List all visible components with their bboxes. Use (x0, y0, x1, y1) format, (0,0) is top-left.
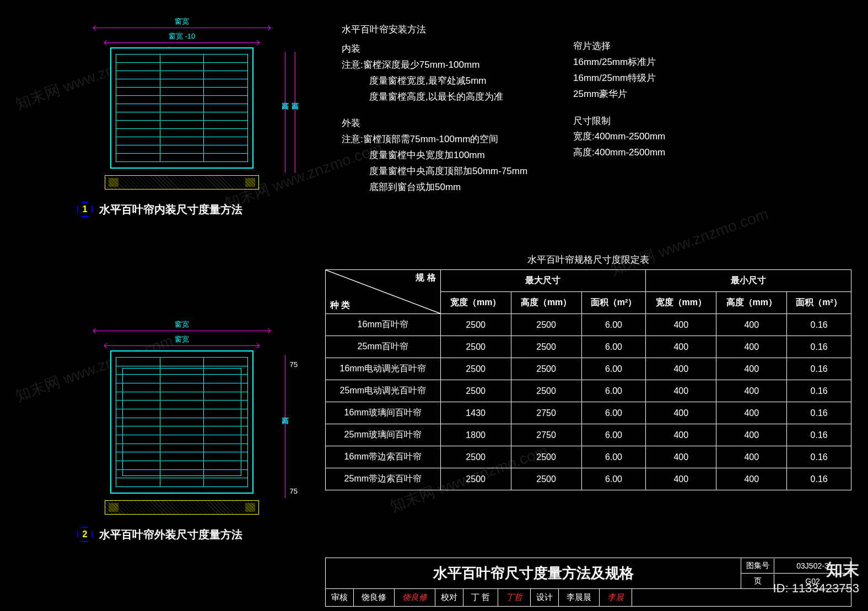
table-row: 25mm百叶帘250025006.004004000.16 (326, 336, 851, 358)
notes-line: 度量窗樘宽度,最窄处减5mm (369, 73, 527, 89)
sheet-title: 水平百叶帘尺寸度量方法及规格 (326, 558, 741, 588)
notes-line: 注意:窗樘顶部需75mm-100mm的空间 (342, 132, 527, 148)
dimension-line (94, 331, 270, 331)
cell: 2500 (440, 468, 511, 490)
dim-window-width-inner: 窗宽 (105, 334, 259, 344)
cell: 2500 (440, 446, 511, 468)
col-header: 高度（mm） (716, 292, 787, 314)
cell: 400 (646, 314, 716, 336)
size-limit-heading: 尺寸限制 (573, 113, 665, 129)
signature: 李晨 (600, 589, 632, 606)
dimension-line (94, 28, 270, 28)
dimension-line-v (285, 52, 285, 173)
col-header: 面积（m²） (581, 292, 646, 314)
cell: 400 (716, 402, 787, 424)
cell: 0.16 (787, 314, 851, 336)
sign-name: 丁 哲 (463, 589, 498, 606)
cell: 400 (646, 336, 716, 358)
cell: 1800 (440, 424, 511, 446)
cell: 400 (716, 424, 787, 446)
caption-number-1: 1 (77, 202, 93, 217)
table-row: 16mm百叶帘250025006.004004000.16 (326, 314, 851, 336)
col-header: 高度（mm） (511, 292, 581, 314)
table-diag-header: 规 格 种 类 (326, 270, 441, 314)
cell: 0.16 (787, 380, 851, 402)
cell: 400 (716, 336, 787, 358)
cell: 400 (646, 424, 716, 446)
blind-elevation (110, 47, 254, 169)
dim-75-top: 75 (290, 360, 298, 369)
caption-text-1: 水平百叶帘内装尺寸度量方法 (99, 202, 242, 217)
cell: 400 (646, 380, 716, 402)
cell: 2500 (440, 380, 511, 402)
caption-text-2: 水平百叶帘外装尺寸度量方法 (99, 527, 242, 542)
cell: 400 (716, 468, 787, 490)
cell: 2500 (440, 336, 511, 358)
signature: 丁哲 (498, 589, 531, 606)
dim-75-bottom: 75 (290, 487, 298, 495)
caption-number-2: 2 (77, 527, 93, 542)
cell: 2500 (511, 358, 581, 380)
notes-line: 度量窗樘中央高度顶部加50mm-75mm (369, 164, 527, 180)
col-header: 面积（m²） (787, 292, 851, 314)
blind-elevation (110, 350, 254, 494)
dim-window-width: 窗宽 (94, 320, 270, 329)
notes-external-heading: 外装 (342, 116, 527, 132)
cell: 6.00 (581, 336, 646, 358)
col-group-min: 最小尺寸 (646, 270, 851, 292)
notes-line: 高度:400mm-2500mm (573, 145, 665, 161)
install-notes: 水平百叶帘安装方法 内装 注意:窗樘深度最少75mm-100mm 度量窗樘宽度,… (342, 22, 527, 196)
blind-section (105, 500, 259, 515)
col-group-max: 最大尺寸 (440, 270, 646, 292)
drawing-2-external-mount: 窗宽 窗宽 窗高 75 75 2 水平百叶帘外装尺寸度量方法 (94, 320, 270, 542)
cell: 6.00 (581, 446, 646, 468)
cell: 6.00 (581, 402, 646, 424)
brand-watermark: 知末 ID: 1133423753 (773, 559, 859, 596)
col-header: 宽度（mm） (440, 292, 511, 314)
cell: 2500 (440, 358, 511, 380)
notes-line: 度量窗樘中央宽度加100mm (369, 148, 527, 164)
table-row: 16mm带边索百叶帘250025006.004004000.16 (326, 446, 851, 468)
notes-line: 25mm豪华片 (573, 86, 665, 102)
cell: 400 (646, 402, 716, 424)
col-header: 宽度（mm） (646, 292, 716, 314)
atlas-key: 图集号 (741, 559, 774, 573)
table-title: 水平百叶帘规格尺寸度限定表 (325, 253, 851, 266)
dim-window-width: 窗宽 (94, 17, 270, 26)
brand-id: ID: 1133423753 (773, 581, 859, 596)
diag-bottom-label: 种 类 (330, 300, 350, 311)
cell: 2500 (511, 314, 581, 336)
cell: 400 (716, 380, 787, 402)
cell: 0.16 (787, 446, 851, 468)
notes-internal-heading: 内装 (342, 41, 527, 57)
cell: 0.16 (787, 358, 851, 380)
row-name: 16mm百叶帘 (326, 314, 441, 336)
cell: 6.00 (581, 358, 646, 380)
table-row: 16mm玻璃间百叶帘143027506.004004000.16 (326, 402, 851, 424)
dimension-line-v (285, 355, 285, 498)
table-row: 25mm带边索百叶帘250025006.004004000.16 (326, 468, 851, 490)
table-row: 25mm电动调光百叶帘250025006.004004000.16 (326, 380, 851, 402)
notes-line: 注意:窗樘深度最少75mm-100mm (342, 57, 527, 73)
notes-line: 宽度:400mm-2500mm (573, 129, 665, 145)
cell: 2500 (511, 446, 581, 468)
cell: 0.16 (787, 468, 851, 490)
cell: 2500 (511, 468, 581, 490)
cell: 6.00 (581, 314, 646, 336)
diag-top-label: 规 格 (416, 272, 435, 284)
row-name: 25mm百叶帘 (326, 336, 441, 358)
sign-name: 饶良修 (354, 589, 395, 606)
dimension-line (105, 42, 259, 43)
cell: 400 (716, 446, 787, 468)
cell: 400 (716, 358, 787, 380)
row-name: 25mm玻璃间百叶帘 (326, 424, 441, 446)
table-row: 16mm电动调光百叶帘250025006.004004000.16 (326, 358, 851, 380)
sign-role: 校对 (435, 589, 463, 606)
cell: 1430 (440, 402, 511, 424)
cell: 0.16 (787, 424, 851, 446)
signature: 饶良修 (395, 589, 435, 606)
cell: 2500 (440, 314, 511, 336)
dimension-line-v (295, 52, 295, 173)
spec-table: 规 格 种 类 最大尺寸 最小尺寸 宽度（mm） 高度（mm） 面积（m²） 宽… (325, 269, 851, 490)
blind-section (105, 175, 259, 190)
